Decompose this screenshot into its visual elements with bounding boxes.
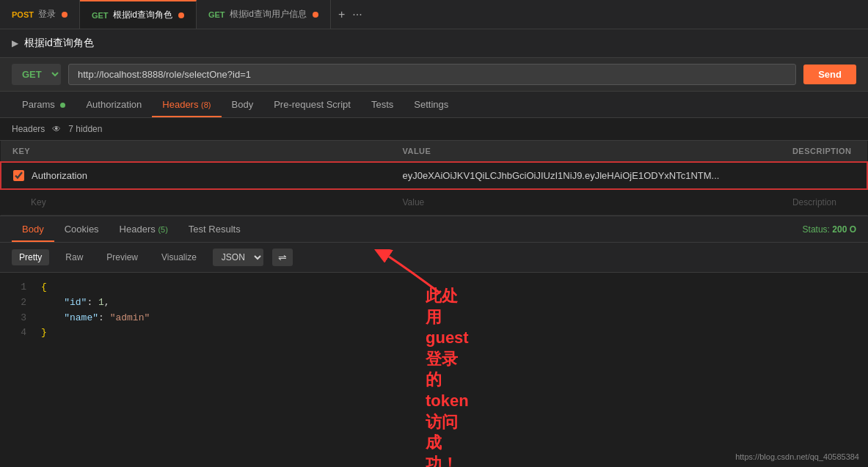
json-content: { <box>41 280 47 295</box>
response-body-label: Body <box>22 224 44 235</box>
hidden-count: 7 hidden <box>68 124 102 134</box>
tab-dot <box>313 12 318 18</box>
visualize-button[interactable]: Visualize <box>154 249 204 265</box>
line-number: 2 <box>12 295 26 311</box>
placeholder-row: Key Value Description <box>1 189 867 216</box>
tab-pre-request[interactable]: Pre-request Script <box>263 92 361 117</box>
auth-value-cell: eyJ0eXAiOiJKV1QiLCJhbGciOiJIUzI1NiJ9.eyJ… <box>390 162 780 189</box>
response-tab-cookies[interactable]: Cookies <box>54 216 109 242</box>
response-tab-body[interactable]: Body <box>12 216 54 242</box>
response-status: Status: 200 O <box>803 224 856 235</box>
tab-label: 根据id查询角色 <box>113 9 172 21</box>
response-tab-test-results[interactable]: Test Results <box>178 216 251 242</box>
request-name-bar: ▶ 根据id查询角色 <box>0 29 868 58</box>
tab-tests-label: Tests <box>371 99 393 110</box>
json-line-3: 3 "name": "admin" <box>12 311 856 326</box>
tab-settings-label: Settings <box>414 99 448 110</box>
headers-table: KEY VALUE DESCRIPTION Authorization eyJ0… <box>0 141 868 216</box>
authorization-row: Authorization eyJ0eXAiOiJKV1QiLCJhbGciOi… <box>1 162 867 189</box>
tab-headers[interactable]: Headers (8) <box>152 92 221 117</box>
headers-section: Headers 👁 7 hidden KEY VALUE DESCRIPTION… <box>0 118 868 216</box>
tab-body-label: Body <box>232 99 254 110</box>
params-dot <box>60 103 65 108</box>
tab-tests[interactable]: Tests <box>361 92 404 117</box>
tab-get-role[interactable]: GET 根据id查询角色 <box>80 0 197 29</box>
json-line-4: 4 } <box>12 326 856 341</box>
auth-desc-cell <box>781 162 867 189</box>
chevron-right-icon: ▶ <box>12 38 18 48</box>
tab-body[interactable]: Body <box>222 92 264 117</box>
tab-label: 根据id查询用户信息 <box>230 8 307 21</box>
col-value-header: VALUE <box>390 141 780 162</box>
placeholder-value-cell[interactable]: Value <box>390 189 780 216</box>
more-tabs-button[interactable]: ··· <box>352 8 362 21</box>
wrap-button[interactable]: ⇌ <box>272 249 293 266</box>
headers-text: Headers <box>12 124 45 134</box>
table-header-row: KEY VALUE DESCRIPTION <box>1 141 867 162</box>
request-tabs-nav: Params Authorization Headers (8) Body Pr… <box>0 92 868 118</box>
app-container: POST 登录 GET 根据id查询角色 GET 根据id查询用户信息 + ··… <box>0 0 868 467</box>
preview-button[interactable]: Preview <box>99 249 145 265</box>
placeholder-key-cell[interactable]: Key <box>1 189 390 216</box>
method-label: GET <box>92 11 109 20</box>
auth-value-text: eyJ0eXAiOiJKV1QiLCJhbGciOiJIUzI1NiJ9.eyJ… <box>402 170 719 181</box>
tab-dot <box>62 12 68 18</box>
tab-pre-request-label: Pre-request Script <box>274 99 351 110</box>
line-number: 1 <box>12 280 26 295</box>
tab-authorization[interactable]: Authorization <box>76 92 152 117</box>
response-headers-label: Headers <box>120 224 156 235</box>
placeholder-key-text: Key <box>31 197 46 207</box>
method-label: POST <box>12 10 34 19</box>
json-view: 1 { 2 "id": 1, 3 "name": "admin" 4 } <box>0 273 868 348</box>
col-desc-header: DESCRIPTION <box>781 141 867 162</box>
response-tab-headers[interactable]: Headers (5) <box>109 216 178 242</box>
status-code: 200 O <box>832 224 856 235</box>
json-line-1: 1 { <box>12 280 856 295</box>
tab-label: 登录 <box>38 8 56 21</box>
method-select[interactable]: GET <box>12 64 61 85</box>
placeholder-value-text: Value <box>402 197 424 207</box>
status-label: Status: <box>803 224 830 235</box>
tab-dot <box>178 12 184 18</box>
tab-bar: POST 登录 GET 根据id查询角色 GET 根据id查询用户信息 + ··… <box>0 0 868 29</box>
raw-button[interactable]: Raw <box>58 249 90 265</box>
headers-badge: (8) <box>201 100 211 109</box>
format-bar: Pretty Raw Preview Visualize JSON ⇌ <box>0 243 868 273</box>
tab-post-login[interactable]: POST 登录 <box>0 0 80 29</box>
pretty-button[interactable]: Pretty <box>12 249 49 265</box>
tab-actions: + ··· <box>331 8 370 21</box>
response-test-results-label: Test Results <box>189 224 241 235</box>
url-bar: GET Send <box>0 58 868 92</box>
tab-get-user[interactable]: GET 根据id查询用户信息 <box>197 0 331 29</box>
auth-key-label: Authorization <box>32 170 87 181</box>
line-number: 4 <box>12 326 26 341</box>
response-headers-badge: (5) <box>158 225 167 234</box>
method-label: GET <box>208 10 225 19</box>
tab-authorization-label: Authorization <box>86 99 142 110</box>
tab-headers-label: Headers <box>162 99 198 110</box>
tab-settings[interactable]: Settings <box>404 92 459 117</box>
eye-icon: 👁 <box>52 124 61 134</box>
tab-params-label: Params <box>22 99 55 110</box>
placeholder-desc-cell[interactable]: Description <box>781 189 867 216</box>
add-tab-button[interactable]: + <box>338 8 345 21</box>
tab-params[interactable]: Params <box>12 92 76 117</box>
auth-key-cell: Authorization <box>1 162 390 189</box>
headers-label-row: Headers 👁 7 hidden <box>0 118 868 141</box>
request-name: 根据id查询角色 <box>24 37 94 50</box>
auth-checkbox[interactable] <box>13 170 24 181</box>
format-type-select[interactable]: JSON <box>213 249 263 266</box>
col-key-header: KEY <box>1 141 390 162</box>
json-content: "id": 1, <box>41 295 110 311</box>
json-line-2: 2 "id": 1, <box>12 295 856 311</box>
json-content: "name": "admin" <box>41 311 150 326</box>
json-content: } <box>41 326 47 341</box>
line-number: 3 <box>12 311 26 326</box>
response-cookies-label: Cookies <box>65 224 99 235</box>
send-button[interactable]: Send <box>803 65 856 84</box>
watermark: https://blog.csdn.net/qq_40585384 <box>735 452 859 461</box>
response-tabs-nav: Body Cookies Headers (5) Test Results St… <box>0 216 868 243</box>
response-section: Body Cookies Headers (5) Test Results St… <box>0 216 868 467</box>
placeholder-desc-text: Description <box>792 197 836 207</box>
url-input[interactable] <box>68 64 796 85</box>
